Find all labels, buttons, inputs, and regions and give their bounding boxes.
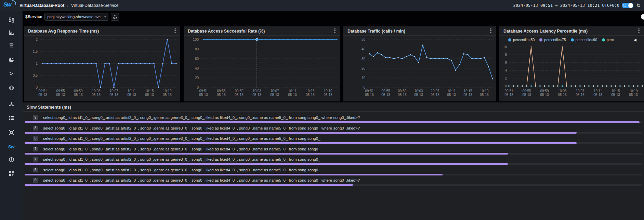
sidebar-item-alert[interactable] — [0, 155, 23, 164]
statement-latency-badge: 8 — [33, 126, 38, 131]
skywalking-logo[interactable]: Sw — [3, 1, 18, 10]
kebab-menu-icon[interactable]: ••• — [488, 28, 493, 34]
logo-swoosh-icon — [11, 0, 17, 5]
skywalking-dashboard: Sw Virtual-Database-Root › Virtual-Datab… — [0, 0, 644, 220]
auto-refresh-toggle[interactable] — [622, 3, 633, 8]
statement-bar-track — [25, 163, 642, 165]
svg-text:05-13: 05-13 — [38, 93, 47, 97]
slow-statement-row[interactable]: 7select song0_.id as id1_0_, song0_.arti… — [23, 146, 644, 157]
svg-text:80: 80 — [195, 47, 199, 51]
sidebar-item-grid-plus[interactable] — [0, 169, 23, 178]
sidebar-item-topology[interactable] — [0, 99, 23, 108]
slow-statement-row[interactable]: 6select song0_.id as id1_0_, song0_.arti… — [23, 178, 644, 188]
statement-sql-text: select song0_.id as id1_0_, song0_.artis… — [43, 126, 637, 130]
statement-latency-badge: 7 — [33, 147, 38, 151]
sidebar: Sw — [0, 11, 23, 220]
slow-statements-panel: Slow Statements (ms) 9select song0_.id a… — [23, 102, 644, 220]
breadcrumb-leaf[interactable]: Virtual-Database-Service — [71, 3, 119, 8]
sidebar-item-database[interactable] — [0, 41, 23, 50]
svg-text:10:19: 10:19 — [324, 89, 332, 93]
svg-text:05-13: 05-13 — [163, 93, 172, 97]
svg-text:09:55: 09:55 — [522, 89, 531, 93]
svg-text:10:07: 10:07 — [109, 89, 118, 93]
panel-title: Database Access Latency Percentile (ms) — [503, 29, 588, 34]
kebab-menu-icon[interactable]: ••• — [332, 28, 337, 34]
service-topology-button[interactable] — [111, 13, 119, 21]
svg-text:10: 10 — [503, 45, 507, 49]
sidebar-item-scatter[interactable] — [0, 69, 23, 78]
edit-mode-toggle[interactable] — [641, 14, 644, 20]
svg-text:09:55: 09:55 — [217, 89, 225, 93]
svg-text:20: 20 — [195, 76, 199, 80]
chart-plot-3[interactable]: 024681009:5105-1309:5505-1309:5905-1310:… — [499, 36, 644, 101]
slow-statement-row[interactable]: 7select song0_.id as id1_0_, song0_.arti… — [23, 157, 644, 167]
statement-latency-badge: 8 — [33, 136, 38, 141]
svg-text:60: 60 — [195, 57, 199, 61]
sidebar-item-network[interactable] — [0, 128, 23, 137]
panel-title: Database Traffic (calls / min) — [347, 29, 405, 34]
svg-text:05-13: 05-13 — [288, 93, 297, 97]
svg-text:0: 0 — [36, 86, 38, 89]
svg-text:05-13: 05-13 — [109, 93, 118, 97]
svg-text:05-13: 05-13 — [252, 93, 261, 97]
topbar-right: 2024-05-13 09:51 ~ 2024-05-13 10:21 UTC+… — [513, 0, 641, 11]
time-range-picker[interactable]: 2024-05-13 09:51 ~ 2024-05-13 10:21 — [513, 3, 600, 8]
svg-text:05-13: 05-13 — [381, 93, 390, 97]
panel-header: Database Access Successful Rate (%)••• — [184, 26, 340, 36]
svg-text:05-13: 05-13 — [463, 93, 472, 97]
svg-text:10:11: 10:11 — [447, 89, 456, 93]
slow-statement-row[interactable]: 6select song0_.id as id1_0_, song0_.arti… — [23, 167, 644, 178]
kebab-menu-icon[interactable]: ••• — [173, 28, 178, 34]
refresh-icon[interactable]: ↻ — [636, 3, 641, 8]
sidebar-item-globe[interactable] — [0, 83, 23, 92]
sidebar-item-skywalking[interactable]: Sw — [0, 142, 23, 151]
sidebar-item-bar-chart[interactable] — [0, 28, 23, 37]
sidebar-item-dashboards[interactable] — [0, 15, 23, 24]
breadcrumb-root[interactable]: Virtual-Database-Root — [19, 3, 64, 8]
breadcrumb: Virtual-Database-Root › Virtual-Database… — [19, 0, 118, 11]
slow-statement-row[interactable]: 9select song0_.id as id1_0_, song0_.arti… — [23, 115, 644, 125]
chart-plot-0[interactable]: 00.511.5209:5105-1309:5505-1309:5905-131… — [24, 36, 180, 101]
statement-latency-bar — [25, 184, 353, 186]
svg-text:50: 50 — [362, 38, 366, 41]
svg-text:05-13: 05-13 — [127, 93, 136, 97]
panel-title: Database Access Successful Rate (%) — [188, 29, 265, 34]
slow-statement-row[interactable]: 8select song0_.id as id1_0_, song0_.arti… — [23, 125, 644, 136]
service-select[interactable]: psql.skywalking-showcase.svc. ▾ — [44, 13, 108, 21]
statement-latency-bar — [25, 174, 443, 175]
svg-text:05-13: 05-13 — [324, 93, 332, 97]
service-bar: $Service psql.skywalking-showcase.svc. ▾ — [23, 11, 644, 23]
sidebar-item-pie-chart[interactable] — [0, 56, 23, 64]
panel-header: Database Access Latency Percentile (ms)•… — [499, 26, 644, 36]
svg-text:05-13: 05-13 — [56, 93, 65, 97]
sidebar-item-list[interactable] — [0, 113, 23, 122]
svg-text:10:19: 10:19 — [629, 89, 638, 93]
statement-sql-text: select song0_.id as id1_0_, song0_.artis… — [43, 147, 637, 151]
statement-sql-text: select song0_.id as id1_0_, song0_.artis… — [43, 115, 637, 120]
svg-text:0: 0 — [197, 86, 199, 89]
panel-chart-0: Database Avg Response Time (ms)•••00.511… — [24, 26, 180, 101]
statement-sql-text: select song0_.id as id1_0_, song0_.artis… — [43, 168, 637, 172]
topology-icon — [9, 101, 14, 107]
svg-text:05-13: 05-13 — [522, 93, 531, 97]
utc-label[interactable]: UTC+0:0 — [602, 3, 619, 8]
panel-chart-1: Database Access Successful Rate (%)•••02… — [184, 26, 340, 101]
svg-text:10:07: 10:07 — [576, 89, 584, 93]
chart-plot-2[interactable]: 0102030405009:5105-1309:5505-1309:5905-1… — [343, 36, 496, 101]
sitemap-icon — [113, 15, 117, 19]
svg-text:6: 6 — [505, 61, 507, 64]
slow-statement-row[interactable]: 8select song0_.id as id1_0_, song0_.arti… — [23, 136, 644, 146]
slow-statements-title: Slow Statements (ms) — [27, 105, 71, 110]
breadcrumb-separator-icon: › — [67, 3, 68, 8]
svg-text:10:03: 10:03 — [414, 89, 423, 93]
kebab-menu-icon[interactable]: ••• — [636, 28, 641, 34]
svg-text:05-13: 05-13 — [593, 93, 602, 97]
statement-latency-bar — [25, 132, 577, 134]
statement-latency-bar — [25, 163, 508, 165]
chart-plot-1[interactable]: 02040608010009:5105-1309:5505-1309:5905-… — [184, 36, 340, 101]
statement-latency-bar — [25, 142, 577, 144]
bar-chart-icon — [9, 30, 14, 35]
svg-text:09:59: 09:59 — [235, 89, 243, 93]
svg-text:05-13: 05-13 — [235, 93, 244, 97]
statement-bar-track — [25, 153, 642, 155]
